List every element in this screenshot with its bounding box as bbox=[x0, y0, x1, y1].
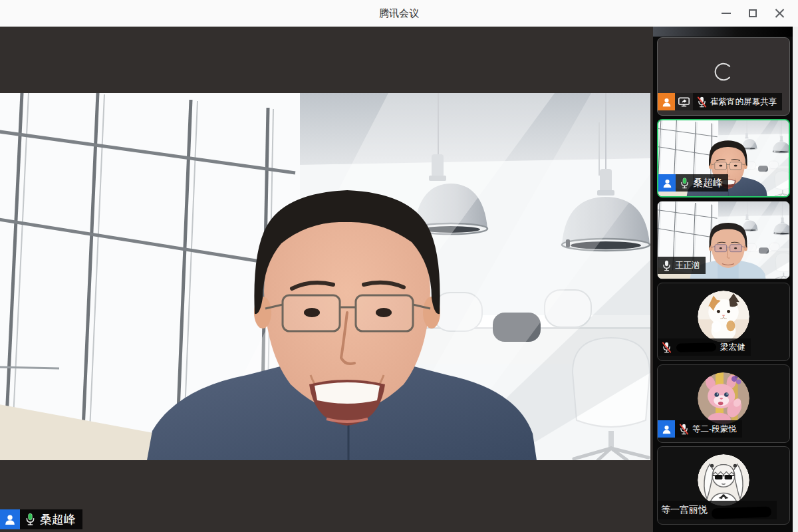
participant-label: 等一宫丽悦 bbox=[658, 501, 777, 519]
participant-name: 崔紫宵的屏幕共享 bbox=[710, 96, 777, 108]
member-badge-icon bbox=[658, 93, 675, 110]
participant-tile-gong-liyue[interactable]: 等一宫丽悦 bbox=[657, 446, 790, 525]
avatar-anime-girl-sunglasses bbox=[698, 454, 749, 506]
close-icon bbox=[775, 9, 785, 19]
titlebar: 腾讯会议 bbox=[0, 0, 798, 27]
main-video bbox=[0, 93, 650, 460]
participant-info-bar: 崔紫宵的屏幕共享 bbox=[658, 93, 782, 110]
participant-info-bar: 桑超峰 bbox=[658, 174, 728, 192]
mic-on-icon bbox=[661, 259, 672, 272]
participant-tile-wang-zhengxiong[interactable]: 王正汹 bbox=[657, 201, 790, 279]
person-icon bbox=[661, 96, 672, 108]
window-title: 腾讯会议 bbox=[0, 0, 798, 27]
participant-info-bar: 梁宏健 bbox=[658, 338, 751, 356]
member-badge-icon bbox=[658, 174, 676, 192]
participant-label: 桑超峰 bbox=[676, 174, 728, 192]
main-speaker-name: 桑超峰 bbox=[40, 511, 76, 527]
participant-name: 梁宏健 bbox=[720, 342, 745, 353]
main-speaker-label: 桑超峰 bbox=[20, 509, 82, 529]
mic-on-icon bbox=[679, 177, 690, 190]
participant-label: 等二-段蒙悦 bbox=[675, 420, 742, 438]
redacted-name-scribble bbox=[676, 342, 716, 352]
window-controls bbox=[713, 0, 793, 27]
speaker-video-feed bbox=[0, 93, 650, 460]
minimize-button[interactable] bbox=[713, 0, 739, 27]
minimize-icon bbox=[722, 13, 731, 14]
member-badge-icon bbox=[658, 420, 675, 438]
mic-on-icon bbox=[24, 512, 37, 527]
participant-label: 王正汹 bbox=[658, 257, 706, 274]
meeting-content: 桑超峰 崔紫宵的屏幕共享 bbox=[0, 27, 798, 532]
main-speaker-tag: 桑超峰 bbox=[0, 509, 82, 529]
participant-name: 等二-段蒙悦 bbox=[692, 424, 737, 435]
mic-muted-icon bbox=[661, 341, 672, 354]
participants-sidebar: 崔紫宵的屏幕共享 桑超峰 bbox=[653, 27, 798, 532]
member-badge-icon bbox=[0, 509, 20, 529]
participant-info-bar: 等二-段蒙悦 bbox=[658, 420, 742, 438]
screen-share-icon bbox=[675, 93, 693, 110]
sidebar-scrollbar[interactable] bbox=[793, 27, 798, 532]
tencent-meeting-window: 腾讯会议 桑超峰 bbox=[0, 0, 798, 532]
avatar-pink-plush bbox=[698, 372, 749, 424]
person-icon bbox=[661, 424, 672, 435]
participant-label: 崔紫宵的屏幕共享 bbox=[693, 93, 782, 110]
participant-info-bar: 等一宫丽悦 bbox=[658, 501, 777, 519]
avatar-kitten bbox=[698, 291, 749, 342]
mic-muted-icon bbox=[696, 96, 708, 108]
close-button[interactable] bbox=[766, 0, 793, 27]
person-icon bbox=[662, 178, 673, 189]
mic-muted-icon bbox=[678, 423, 690, 436]
participant-name: 等一宫丽悦 bbox=[661, 504, 708, 516]
main-video-stage[interactable]: 桑超峰 bbox=[0, 27, 653, 532]
maximize-icon bbox=[749, 9, 757, 17]
redacted-name-scribble bbox=[712, 506, 772, 519]
participant-tile-screen-share[interactable]: 崔紫宵的屏幕共享 bbox=[657, 37, 790, 116]
participant-name: 桑超峰 bbox=[693, 177, 723, 190]
participant-label: 梁宏健 bbox=[658, 338, 751, 356]
participant-tile-liang-hongjian[interactable]: 梁宏健 bbox=[657, 283, 790, 361]
maximize-button[interactable] bbox=[739, 0, 766, 27]
participant-tile-sang-chaofeng[interactable]: 桑超峰 bbox=[657, 119, 790, 198]
participant-name: 王正汹 bbox=[675, 260, 700, 271]
loading-spinner-icon bbox=[712, 61, 735, 83]
participant-tile-duan-mengyue[interactable]: 等二-段蒙悦 bbox=[657, 364, 790, 443]
person-icon bbox=[3, 513, 17, 526]
participant-info-bar: 王正汹 bbox=[658, 257, 706, 274]
